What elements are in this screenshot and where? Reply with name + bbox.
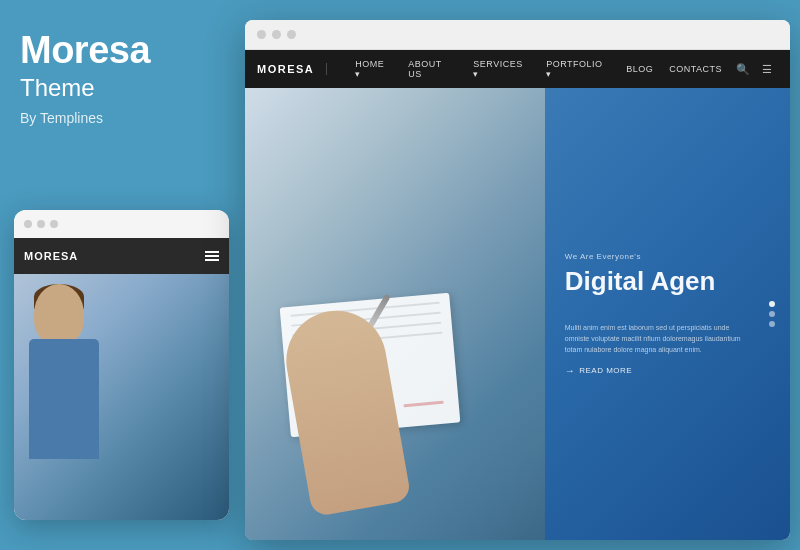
- mobile-mockup: MORESA: [14, 210, 229, 520]
- product-title: Moresa: [20, 30, 220, 72]
- mobile-nav-brand: MORESA: [24, 250, 78, 262]
- desktop-dot-2: [272, 30, 281, 39]
- nav-link-about[interactable]: ABOUT US: [400, 59, 465, 79]
- desktop-content: MORESA HOME ▾ ABOUT US SERVICES ▾ PORTFO…: [245, 50, 790, 540]
- nav-link-services[interactable]: SERVICES ▾: [465, 59, 538, 79]
- desktop-hero-section: We Are Everyone's Digital Agen Muliti an…: [545, 88, 790, 540]
- desktop-mockup: MORESA HOME ▾ ABOUT US SERVICES ▾ PORTFO…: [245, 20, 790, 540]
- nav-link-contacts[interactable]: CONTACTS: [661, 64, 730, 74]
- hero-body-text: Muliti anim enim est laborum sed ut pers…: [565, 322, 745, 356]
- mobile-nav: MORESA: [14, 238, 229, 274]
- hero-dots-nav: [769, 301, 775, 327]
- mobile-hero-image: [14, 274, 229, 520]
- hero-dot-3[interactable]: [769, 321, 775, 327]
- nav-link-home[interactable]: HOME ▾: [347, 59, 400, 79]
- hands-figure: [275, 210, 525, 510]
- arrow-right-icon: →: [565, 365, 576, 376]
- mobile-person-figure: [24, 284, 124, 514]
- mobile-dot-3: [50, 220, 58, 228]
- person-body: [29, 339, 99, 459]
- hamburger-line-1: [205, 251, 219, 253]
- hero-dot-2[interactable]: [769, 311, 775, 317]
- product-subtitle: Theme: [20, 74, 220, 102]
- desktop-nav-links: HOME ▾ ABOUT US SERVICES ▾ PORTFOLIO ▾ B…: [347, 59, 778, 79]
- mobile-hamburger-icon[interactable]: [205, 251, 219, 261]
- desktop-nav-brand: MORESA: [257, 63, 327, 75]
- search-icon[interactable]: 🔍: [730, 63, 756, 76]
- hero-tagline-top: We Are Everyone's: [565, 252, 770, 261]
- hero-dot-1[interactable]: [769, 301, 775, 307]
- product-author: By Templines: [20, 110, 220, 126]
- desktop-top-bar: [245, 20, 790, 50]
- hamburger-line-2: [205, 255, 219, 257]
- person-head: [34, 284, 84, 344]
- mobile-top-bar: [14, 210, 229, 238]
- desktop-main: We Are Everyone's Digital Agen Muliti an…: [245, 88, 790, 540]
- menu-icon[interactable]: ☰: [756, 63, 778, 76]
- read-more-label: READ MORE: [579, 366, 632, 375]
- desktop-dot-1: [257, 30, 266, 39]
- nav-link-blog[interactable]: BLOG: [618, 64, 661, 74]
- desktop-dot-3: [287, 30, 296, 39]
- desktop-nav: MORESA HOME ▾ ABOUT US SERVICES ▾ PORTFO…: [245, 50, 790, 88]
- desktop-photo-section: [245, 88, 545, 540]
- hero-tagline-strong: Digital Agen: [565, 266, 770, 297]
- mobile-dot-2: [37, 220, 45, 228]
- paper-signature: [404, 401, 444, 407]
- mobile-dot-1: [24, 220, 32, 228]
- hero-tagline-main: Digital Agen: [565, 266, 770, 297]
- nav-link-portfolio[interactable]: PORTFOLIO ▾: [538, 59, 618, 79]
- hamburger-line-3: [205, 259, 219, 261]
- read-more-button[interactable]: → READ MORE: [565, 365, 770, 376]
- hero-text-block: Muliti anim enim est laborum sed ut pers…: [565, 322, 770, 377]
